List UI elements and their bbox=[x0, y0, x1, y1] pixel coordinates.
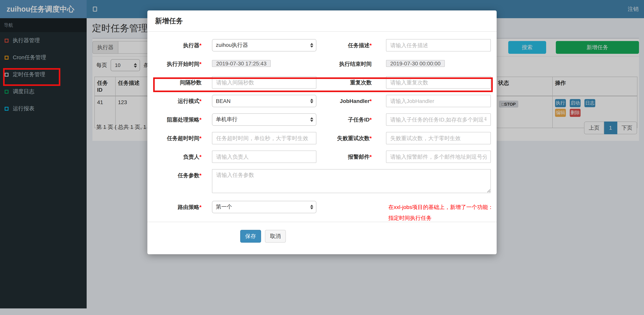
repeat-count-input[interactable] bbox=[386, 76, 491, 89]
task-desc-label: 任务描述* bbox=[325, 39, 372, 52]
interval-seconds-input[interactable] bbox=[212, 76, 316, 89]
add-task-modal: 新增任务 执行器* zuihou执行器 任务描述* 执行开始时间* 2019-0… bbox=[147, 11, 497, 254]
start-time-label: 执行开始时间* bbox=[153, 58, 202, 70]
task-desc-input[interactable] bbox=[386, 39, 491, 52]
repeat-count-label: 重复次数* bbox=[325, 76, 372, 89]
block-strategy-select[interactable]: 单机串行 bbox=[212, 113, 316, 126]
owner-label: 负责人* bbox=[153, 151, 202, 163]
select-arrows-icon bbox=[310, 205, 313, 209]
modal-footer: 保存 取消 bbox=[147, 222, 497, 243]
interval-seconds-label: 间隔秒数* bbox=[153, 76, 202, 89]
modal-header: 新增任务 bbox=[147, 11, 497, 32]
alarm-email-input[interactable] bbox=[386, 151, 491, 163]
form-row-block-childjob: 阻塞处理策略* 单机串行 子任务ID* bbox=[147, 113, 497, 126]
form-row-route-strategy: 路由策略* 第一个 在xxl-jobs项目的基础上，新增了一个功能：指定时间执行… bbox=[147, 201, 497, 213]
feature-note-text: 在xxl-jobs项目的基础上，新增了一个功能：指定时间执行任务 bbox=[388, 202, 508, 223]
executor-select[interactable]: zuihou执行器 bbox=[212, 39, 316, 52]
form-row-interval-repeat: 间隔秒数* 重复次数* bbox=[147, 76, 497, 89]
jobhandler-input[interactable] bbox=[386, 95, 491, 107]
form-row-runmode-jobhandler: 运行模式* BEAN JobHandler* bbox=[147, 95, 497, 107]
app-window: zuihou任务调度中心 注销 导航 执行器管理 Cron任务管理 定时任务管理… bbox=[0, 0, 644, 315]
timeout-label: 任务超时时间* bbox=[153, 132, 202, 144]
form-row-executor-desc: 执行器* zuihou执行器 任务描述* bbox=[147, 39, 497, 52]
run-mode-select-value: BEAN bbox=[216, 98, 230, 104]
start-time-input[interactable]: 2019-07-30 17:25:43 bbox=[212, 60, 271, 67]
select-arrows-icon bbox=[310, 117, 313, 122]
route-strategy-label: 路由策略* bbox=[153, 201, 202, 213]
run-mode-label: 运行模式* bbox=[153, 95, 202, 107]
task-param-label: 任务参数* bbox=[153, 169, 202, 193]
cancel-button[interactable]: 取消 bbox=[265, 230, 286, 243]
route-strategy-select-value: 第一个 bbox=[216, 204, 232, 210]
end-time-input[interactable]: 2019-07-30 00:00:00 bbox=[386, 60, 445, 67]
owner-input[interactable] bbox=[212, 151, 316, 163]
form-row-timeout-retry: 任务超时时间* 失败重试次数* bbox=[147, 132, 497, 144]
form-row-start-end-time: 执行开始时间* 2019-07-30 17:25:43 执行结束时间* 2019… bbox=[147, 58, 497, 70]
select-arrows-icon bbox=[310, 99, 313, 103]
alarm-email-label: 报警邮件* bbox=[325, 151, 372, 163]
executor-label: 执行器* bbox=[153, 39, 202, 52]
timeout-input[interactable] bbox=[212, 132, 316, 144]
executor-select-value: zuihou执行器 bbox=[216, 42, 248, 49]
end-time-label: 执行结束时间* bbox=[325, 58, 372, 70]
run-mode-select[interactable]: BEAN bbox=[212, 95, 316, 107]
child-job-id-label: 子任务ID* bbox=[325, 113, 372, 126]
route-strategy-select[interactable]: 第一个 bbox=[212, 201, 316, 213]
jobhandler-label: JobHandler* bbox=[325, 95, 372, 107]
block-strategy-select-value: 单机串行 bbox=[216, 116, 238, 123]
retry-count-input[interactable] bbox=[386, 132, 491, 144]
save-button[interactable]: 保存 bbox=[240, 230, 261, 243]
select-arrows-icon bbox=[310, 43, 313, 48]
child-job-id-input[interactable] bbox=[386, 113, 491, 126]
retry-count-label: 失败重试次数* bbox=[325, 132, 372, 144]
modal-form: 执行器* zuihou执行器 任务描述* 执行开始时间* 2019-07-30 … bbox=[147, 32, 497, 243]
block-strategy-label: 阻塞处理策略* bbox=[153, 113, 202, 126]
modal-title: 新增任务 bbox=[155, 17, 183, 25]
form-row-task-param: 任务参数* bbox=[147, 169, 497, 193]
task-param-textarea[interactable] bbox=[212, 169, 491, 193]
form-row-owner-email: 负责人* 报警邮件* bbox=[147, 151, 497, 163]
